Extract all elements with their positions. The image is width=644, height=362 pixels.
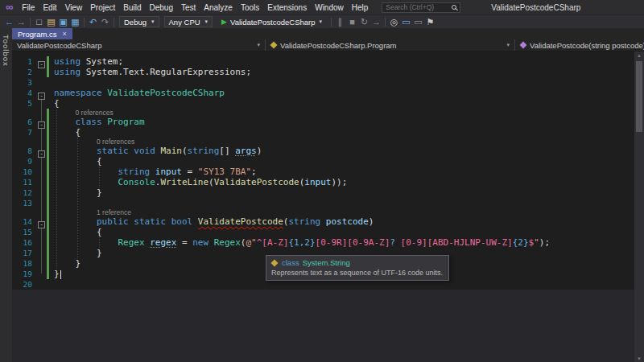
change-indicator [47,67,49,77]
chevron-down-icon: ▾ [151,19,155,25]
project-dropdown[interactable]: ValidatePostcodeCSharp ▾ [12,39,266,51]
menu-item-extensions[interactable]: Extensions [263,2,311,13]
scrollbar-thumb[interactable] [636,61,642,132]
tab-program-cs[interactable]: Program.cs × [12,28,72,39]
menu-item-edit[interactable]: Edit [39,2,60,13]
chevron-down-icon: ▾ [250,42,260,48]
change-indicator [47,237,49,248]
quick-info-tooltip: class System.String Represents text as a… [266,255,449,281]
play-icon: ▶ [221,18,227,26]
line-number: 7 [12,127,36,138]
forward-arrow-icon[interactable]: → [15,16,27,28]
scroll-down-arrow-icon[interactable]: ▼ [634,355,644,362]
break-all-icon[interactable]: ∥ [334,16,346,28]
main-area: Toolbox Program.cs × ValidatePostcodeCSh… [0,28,644,362]
codelens-label[interactable]: 0 references [54,138,134,146]
code-editor[interactable]: 1-using System;2using System.Text.Regula… [12,51,644,290]
method-icon [519,41,526,48]
menu-item-file[interactable]: File [18,2,39,13]
menu-item-window[interactable]: Window [311,2,348,13]
fold-column [36,208,47,216]
toolbox-tab[interactable]: Toolbox [0,28,12,67]
menu-item-tools[interactable]: Tools [237,2,263,13]
type-dropdown[interactable]: ValidatePostcodeCSharp.Program ▾ [266,39,515,51]
change-indicator [47,248,49,258]
menu-item-view[interactable]: View [61,2,87,13]
member-dropdown[interactable]: ValidatePostcode(string postcode) ▾ [515,39,644,51]
vertical-scrollbar[interactable]: ▲ ▼ [634,51,644,362]
scroll-up-arrow-icon[interactable]: ▲ [634,51,644,60]
code-line: 14- public static bool ValidatePostcode(… [12,216,644,227]
tooltip-keyword: class [282,258,299,267]
search-input[interactable] [386,3,452,11]
line-number: 13 [12,198,36,208]
platform-label: Any CPU [169,18,200,27]
visual-studio-window: ∞ FileEditViewProjectBuildDebugTestAnaly… [0,0,644,362]
toolbar-separator [114,18,114,27]
line-number: 6 [12,117,36,127]
code-text: static void Main(string[] args) [54,146,262,156]
undo-icon[interactable]: ↶ [87,16,99,28]
run-target-label: ValidatePostcodeCSharp [230,18,315,27]
change-indicator [47,279,49,290]
close-tab-icon[interactable]: × [63,30,67,38]
type-name: ValidatePostcodeCSharp.Program [280,41,397,50]
fold-column [36,227,47,237]
codelens-label[interactable]: 1 reference [54,208,131,216]
save-icon[interactable]: ▣ [57,16,69,28]
change-indicator [47,146,49,156]
change-indicator [47,56,49,67]
start-debugging-button[interactable]: ▶ ValidatePostcodeCSharp ▾ [217,16,327,28]
uncomment-icon[interactable]: ▭ [412,16,424,28]
redo-icon[interactable]: ↷ [99,16,111,28]
bookmark-icon[interactable]: ⚑ [424,16,436,28]
fold-column [36,279,47,290]
menu-item-help[interactable]: Help [348,2,373,13]
open-file-icon[interactable]: ▤ [45,16,57,28]
fold-column [36,67,47,77]
line-number [12,109,36,117]
menu-item-test[interactable]: Test [177,2,200,13]
find-icon[interactable]: ◎ [388,16,400,28]
member-name: ValidatePostcode(string postcode) [530,41,644,50]
show-next-statement-icon[interactable]: → [370,16,382,28]
line-number: 15 [12,227,36,237]
solution-platform-dropdown[interactable]: Any CPU ▾ [164,16,213,27]
menu-item-project[interactable]: Project [86,2,119,13]
fold-column [36,198,47,208]
fold-column: - [36,88,47,98]
change-indicator [47,77,49,88]
change-indicator [47,208,49,216]
back-arrow-icon[interactable]: ← [3,16,15,28]
code-text: } [54,248,102,258]
menu-item-debug[interactable]: Debug [146,2,177,13]
menu-item-build[interactable]: Build [119,2,145,13]
change-indicator [47,88,49,98]
menu-item-analyze[interactable]: Analyze [200,2,237,13]
save-all-icon[interactable]: ▦ [69,16,81,28]
solution-configuration-dropdown[interactable]: Debug ▾ [119,16,159,27]
quick-search-box[interactable] [382,2,460,13]
code-line: 2using System.Text.RegularExpressions; [12,67,644,77]
restart-icon[interactable]: ↻ [358,16,370,28]
codelens-label[interactable]: 0 references [54,109,114,117]
line-number: 3 [12,77,36,88]
stop-icon[interactable]: ■ [346,16,358,28]
line-number: 18 [12,258,36,269]
code-text: { [54,98,60,109]
toolbar-right-icons: ∥■↻→◎▭▭⚑ [334,16,436,28]
line-number: 19 [12,269,36,279]
fold-column [36,77,47,88]
change-indicator [47,117,49,127]
menu-items: FileEditViewProjectBuildDebugTestAnalyze… [18,3,372,12]
code-line: 4-namespace ValidatePostcodeCSharp [12,88,644,98]
tooltip-signature: class System.String [271,258,443,267]
tooltip-type-name: System.String [303,258,350,267]
code-line: 10 string input = "SY13 7BA"; [12,167,644,177]
comment-icon[interactable]: ▭ [400,16,412,28]
fold-column [36,127,47,138]
fold-column: - [36,146,47,156]
fold-column [36,156,47,167]
new-project-icon[interactable]: □ [33,16,45,28]
chevron-down-icon: ▾ [319,19,322,25]
